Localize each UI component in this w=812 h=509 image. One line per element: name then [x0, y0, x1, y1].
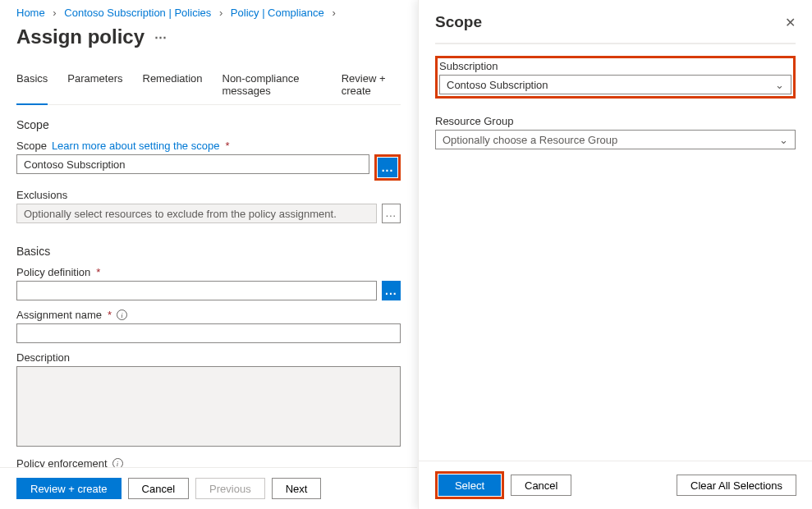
page-title: Assign policy [16, 25, 145, 48]
highlight-subscription-dropdown: Subscription Contoso Subscription ⌄ [435, 56, 796, 99]
previous-button[interactable]: Previous [195, 478, 265, 499]
policy-definition-selector-button[interactable]: ... [382, 281, 401, 300]
tab-remediation[interactable]: Remediation [143, 66, 203, 105]
resource-group-placeholder: Optionally choose a Resource Group [443, 134, 617, 146]
subscription-label: Subscription [439, 60, 498, 72]
review-create-button[interactable]: Review + create [16, 478, 122, 499]
exclusions-label: Exclusions [16, 189, 67, 201]
scope-label: Scope [16, 140, 47, 152]
exclusions-input[interactable] [16, 204, 377, 223]
panel-title: Scope [435, 13, 482, 31]
highlight-scope-selector: ... [374, 154, 401, 181]
scope-learn-more-link[interactable]: Learn more about setting the scope [52, 140, 220, 152]
chevron-down-icon: ⌄ [779, 134, 788, 146]
required-icon: * [108, 309, 112, 321]
policy-definition-label: Policy definition [16, 266, 90, 278]
tabs: Basics Parameters Remediation Non-compli… [16, 66, 401, 105]
breadcrumb-policy[interactable]: Policy | Compliance [231, 7, 324, 19]
description-label: Description [16, 351, 70, 364]
chevron-right-icon: › [219, 7, 222, 19]
breadcrumb: Home › Contoso Subscription | Policies ›… [16, 5, 401, 19]
scope-panel: Scope ✕ Subscription Contoso Subscriptio… [418, 0, 812, 509]
subscription-value: Contoso Subscription [447, 79, 548, 91]
chevron-down-icon: ⌄ [775, 79, 784, 91]
clear-all-button[interactable]: Clear All Selections [677, 475, 796, 496]
breadcrumb-subscription[interactable]: Contoso Subscription | Policies [64, 7, 211, 19]
highlight-select-button: Select [435, 471, 504, 499]
scope-section-header: Scope [16, 118, 401, 131]
scope-input[interactable] [16, 154, 369, 174]
main-content: Home › Contoso Subscription | Policies ›… [0, 0, 417, 509]
footer-left: Review + create Cancel Previous Next [0, 467, 417, 509]
description-textarea[interactable] [16, 366, 401, 447]
chevron-right-icon: › [53, 7, 56, 19]
basics-section-header: Basics [16, 245, 401, 258]
panel-cancel-button[interactable]: Cancel [511, 475, 571, 496]
divider [435, 43, 796, 44]
next-button[interactable]: Next [272, 478, 322, 499]
required-icon: * [225, 140, 229, 152]
breadcrumb-home[interactable]: Home [16, 7, 45, 19]
chevron-right-icon: › [332, 7, 335, 19]
resource-group-dropdown[interactable]: Optionally choose a Resource Group ⌄ [435, 130, 796, 149]
assignment-name-label: Assignment name [16, 309, 102, 321]
cancel-button[interactable]: Cancel [128, 478, 189, 499]
exclusions-selector-button[interactable]: ... [382, 204, 401, 223]
resource-group-label: Resource Group [435, 115, 513, 127]
tab-parameters[interactable]: Parameters [67, 66, 122, 105]
subscription-dropdown[interactable]: Contoso Subscription ⌄ [439, 75, 791, 94]
info-icon[interactable]: i [117, 310, 127, 320]
footer-right: Select Cancel Clear All Selections [419, 461, 812, 509]
required-icon: * [96, 266, 100, 278]
select-button[interactable]: Select [438, 475, 501, 496]
tab-review-create[interactable]: Review + create [342, 66, 401, 105]
tab-noncompliance[interactable]: Non-compliance messages [222, 66, 322, 105]
scope-selector-button[interactable]: ... [378, 158, 397, 177]
assignment-name-input[interactable] [16, 323, 401, 343]
more-icon[interactable]: ⋯ [154, 30, 167, 44]
close-icon[interactable]: ✕ [785, 15, 796, 30]
policy-definition-input[interactable] [16, 281, 377, 300]
tab-basics[interactable]: Basics [16, 66, 48, 105]
